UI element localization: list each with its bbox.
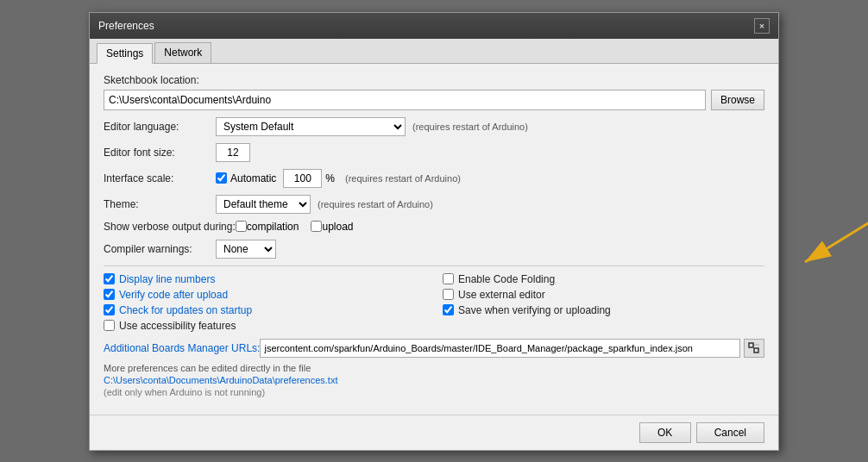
button-row: OK Cancel (90, 415, 778, 450)
editor-language-hint: (requires restart of Arduino) (412, 122, 528, 132)
close-button[interactable]: × (754, 18, 770, 34)
theme-row: Theme: Default theme (requires restart o… (104, 195, 764, 214)
svg-line-4 (805, 193, 868, 262)
display-line-numbers-checkbox[interactable] (104, 273, 115, 284)
interface-scale-row: Interface scale: Automatic % (requires r… (104, 169, 764, 188)
tab-settings[interactable]: Settings (97, 43, 153, 64)
interface-scale-hint: (requires restart of Arduino) (345, 173, 461, 184)
check-updates-checkbox[interactable] (104, 304, 115, 315)
sketchbook-label: Sketchbook location: (104, 74, 764, 86)
use-external-editor-checkbox[interactable] (443, 289, 454, 300)
browse-button[interactable]: Browse (711, 90, 764, 110)
svg-rect-1 (754, 348, 758, 353)
checkbox-check-updates: Check for updates on startup (104, 304, 425, 316)
compiler-warnings-label: Compiler warnings: (104, 243, 216, 255)
save-when-verifying-label: Save when verifying or uploading (458, 304, 611, 316)
checkboxes-grid: Display line numbers Enable Code Folding… (104, 273, 764, 332)
verify-code-checkbox[interactable] (104, 289, 115, 300)
sketchbook-input[interactable] (104, 90, 706, 110)
enable-code-folding-label: Enable Code Folding (458, 273, 555, 285)
compiler-warnings-row: Compiler warnings: None (104, 240, 764, 259)
percent-label: % (325, 172, 335, 184)
upload-label: upload (322, 221, 353, 233)
dialog-title: Preferences (98, 20, 154, 32)
prefs-note: (edit only when Arduino is not running) (104, 387, 764, 397)
sketchbook-row: Browse (104, 90, 764, 110)
verbose-label: Show verbose output during: (104, 221, 236, 233)
scale-input[interactable] (283, 169, 322, 188)
ok-button[interactable]: OK (639, 422, 691, 443)
expand-icon (748, 342, 760, 354)
use-external-editor-label: Use external editor (458, 289, 545, 301)
display-line-numbers-label[interactable]: Display line numbers (119, 273, 215, 285)
checkbox-use-external-editor: Use external editor (443, 289, 764, 301)
checkbox-verify-code: Verify code after upload (104, 289, 425, 301)
automatic-label: Automatic (230, 172, 276, 184)
automatic-checkbox[interactable] (216, 172, 227, 184)
divider (104, 265, 764, 266)
compiler-warnings-select[interactable]: None (216, 240, 276, 259)
preferences-dialog: Preferences × Settings Network Sketchboo… (89, 12, 779, 451)
verbose-row: Show verbose output during: compilation … (104, 221, 764, 233)
editor-font-size-row: Editor font size: (104, 143, 764, 162)
editor-language-label: Editor language: (104, 121, 216, 133)
compilation-checkbox[interactable] (236, 221, 247, 232)
theme-select[interactable]: Default theme (216, 195, 311, 214)
compilation-label: compilation (247, 221, 299, 233)
cancel-button[interactable]: Cancel (696, 422, 764, 443)
editor-font-size-input[interactable] (216, 143, 250, 162)
check-updates-label[interactable]: Check for updates on startup (119, 304, 252, 316)
more-prefs-text: More preferences can be edited directly … (104, 363, 764, 373)
title-bar: Preferences × (90, 13, 778, 39)
accessibility-label: Use accessibility features (119, 320, 236, 332)
auto-checkbox-row: Automatic (216, 172, 276, 184)
boards-manager-expand-button[interactable] (744, 339, 764, 358)
editor-font-size-label: Editor font size: (104, 147, 216, 159)
settings-content: Sketchbook location: Browse Editor langu… (90, 64, 778, 415)
arrow-annotation (788, 184, 868, 288)
accessibility-checkbox[interactable] (104, 320, 115, 331)
boards-manager-row: Additional Boards Manager URLs: (104, 339, 764, 358)
verify-code-label[interactable]: Verify code after upload (119, 289, 228, 301)
checkbox-display-line-numbers: Display line numbers (104, 273, 425, 285)
interface-scale-label: Interface scale: (104, 172, 216, 184)
editor-language-row: Editor language: System Default (require… (104, 117, 764, 136)
checkbox-save-when-verifying: Save when verifying or uploading (443, 304, 764, 316)
checkbox-enable-code-folding: Enable Code Folding (443, 273, 764, 285)
boards-manager-input[interactable] (260, 339, 740, 358)
theme-hint: (requires restart of Arduino) (318, 199, 433, 209)
tab-network[interactable]: Network (154, 42, 211, 63)
prefs-path[interactable]: C:\Users\conta\Documents\ArduinoData\pre… (104, 375, 764, 385)
save-when-verifying-checkbox[interactable] (443, 304, 454, 315)
theme-label: Theme: (104, 198, 216, 210)
enable-code-folding-checkbox[interactable] (443, 273, 454, 284)
upload-checkbox[interactable] (311, 221, 322, 232)
tabs-container: Settings Network (90, 39, 778, 64)
checkbox-accessibility: Use accessibility features (104, 320, 425, 332)
editor-language-select[interactable]: System Default (216, 117, 406, 136)
boards-manager-label[interactable]: Additional Boards Manager URLs: (104, 342, 260, 354)
verbose-options: compilation upload (236, 221, 354, 233)
